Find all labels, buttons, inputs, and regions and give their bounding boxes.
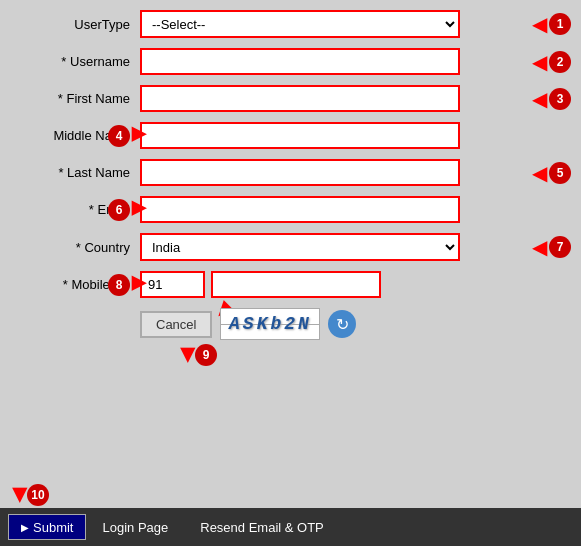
country-row: * Country India USA UK Australia Canada … (20, 233, 561, 261)
arrow-1-icon: ◀ (532, 14, 547, 34)
captcha-refresh-button[interactable]: ↻ (328, 310, 356, 338)
submit-button[interactable]: ▶ Submit (8, 514, 86, 540)
arrow-7-icon: ◀ (532, 237, 547, 257)
lastname-label: * Last Name (20, 165, 140, 180)
badge-6: 6 (108, 199, 130, 221)
firstname-row: * First Name ◀ 3 (20, 85, 561, 112)
country-select[interactable]: India USA UK Australia Canada (140, 233, 460, 261)
mobile-row: * Mobile No ◀ 8 ◀ (20, 271, 561, 298)
arrow-3-icon: ◀ (532, 89, 547, 109)
captcha-image: ASKb2N (220, 308, 320, 340)
firstname-label: * First Name (20, 91, 140, 106)
login-page-link[interactable]: Login Page (102, 520, 168, 535)
badge-10: 10 (27, 484, 49, 506)
form-container: UserType --Select-- Admin User Manager ◀… (0, 0, 581, 410)
arrow-8-icon: ◀ (132, 275, 147, 295)
username-input[interactable] (140, 48, 460, 75)
badge-7: 7 (549, 236, 571, 258)
arrow-2-icon: ◀ (532, 52, 547, 72)
middlename-input[interactable] (140, 122, 460, 149)
username-label: * Username (20, 54, 140, 69)
arrow-10-icon: ◀ (8, 488, 28, 503)
resend-email-link[interactable]: Resend Email & OTP (200, 520, 324, 535)
badge-1: 1 (549, 13, 571, 35)
firstname-input[interactable] (140, 85, 460, 112)
middlename-row: Middle Name ◀ 4 (20, 122, 561, 149)
usertype-select[interactable]: --Select-- Admin User Manager (140, 10, 460, 38)
lastname-input[interactable] (140, 159, 460, 186)
usertype-row: UserType --Select-- Admin User Manager ◀… (20, 10, 561, 38)
badge-9: 9 (195, 344, 217, 366)
arrow-5-icon: ◀ (532, 163, 547, 183)
badge-8: 8 (108, 274, 130, 296)
badge-4: 4 (108, 125, 130, 147)
username-row: * Username ◀ 2 (20, 48, 561, 75)
country-label: * Country (20, 240, 140, 255)
badge-5: 5 (549, 162, 571, 184)
email-row: * Email ◀ 6 (20, 196, 561, 223)
lastname-row: * Last Name ◀ 5 (20, 159, 561, 186)
captcha-row: Cancel ◀ 9 ASKb2N ↻ (20, 308, 561, 340)
mobile-number-input[interactable] (211, 271, 381, 298)
mobile-prefix-input[interactable] (140, 271, 205, 298)
arrow-9-icon: ◀ (176, 348, 196, 363)
badge-3: 3 (549, 88, 571, 110)
arrow-4-icon: ◀ (132, 126, 147, 146)
badge-2: 2 (549, 51, 571, 73)
mobile-inputs: ◀ 8 ◀ (140, 271, 381, 298)
bottom-bar: ◀ 10 ▶ Submit Login Page Resend Email & … (0, 508, 581, 546)
cancel-button[interactable]: Cancel (140, 311, 212, 338)
arrow-6-icon: ◀ (132, 200, 147, 220)
submit-icon: ▶ (21, 522, 29, 533)
email-input[interactable] (140, 196, 460, 223)
usertype-label: UserType (20, 17, 140, 32)
